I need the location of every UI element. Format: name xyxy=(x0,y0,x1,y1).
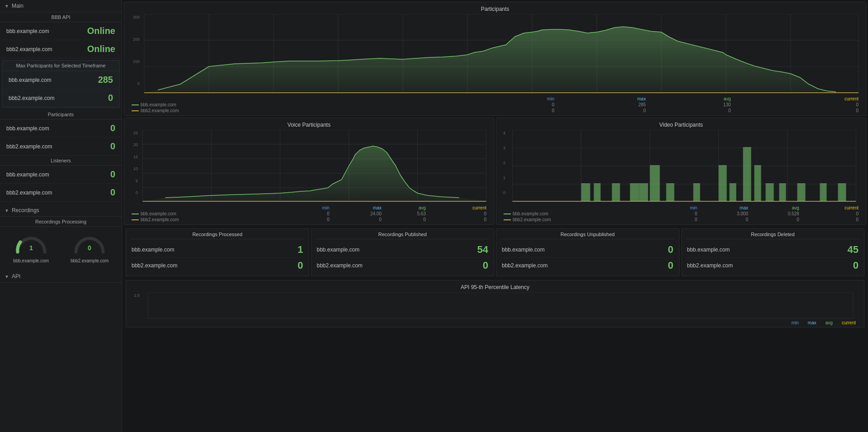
main-label: Main xyxy=(12,3,24,9)
video-legend-2: bbb2.example.com 0 0 0 0 xyxy=(501,217,861,223)
rec-published-panel: Recordings Published bbb.example.com 54 … xyxy=(311,228,495,276)
recordings-section-header[interactable]: ▼ Recordings xyxy=(0,204,122,217)
legend-row-2: bbb2.example.com 0 0 0 0 xyxy=(129,108,861,114)
svg-rect-68 xyxy=(693,183,700,201)
video-chart-svg: 08:00 10:00 12:00 14:00 16:00 18:00 xyxy=(507,130,861,202)
svg-rect-73 xyxy=(766,183,774,201)
server-row-2: bbb2.example.com Online xyxy=(0,40,122,58)
max-part-server-2: bbb2.example.com xyxy=(9,95,54,101)
legend-server-1: bbb.example.com xyxy=(141,102,176,107)
svg-rect-67 xyxy=(666,183,675,201)
participants-label: Participants xyxy=(0,109,122,119)
legend-line-1 xyxy=(132,104,139,105)
gauge-svg-2: 0 xyxy=(71,231,108,256)
legend-row-1: bbb.example.com 0 285 130 0 xyxy=(129,102,861,108)
participants-chart-svg: 08:00 09:00 10:00 11:00 12:00 13:00 14:0… xyxy=(142,14,861,93)
listener-row-1: bbb.example.com 0 xyxy=(0,166,122,184)
max-participants-label: Max Participants for Selected Timeframe xyxy=(2,61,119,71)
participants-chart-title: Participants xyxy=(129,6,861,12)
gauge-label-1: bbb.example.com xyxy=(13,258,49,263)
api-label: API xyxy=(12,273,20,280)
svg-rect-70 xyxy=(730,183,736,201)
recordings-panels-row: Recordings Processed bbb.example.com 1 b… xyxy=(124,227,866,278)
api-chart-panel: API 95-th Percentile Latency 2.5 xyxy=(126,280,864,328)
max-participants-section: Max Participants for Selected Timeframe … xyxy=(2,60,120,108)
api-section: API 95-th Percentile Latency 2.5 xyxy=(124,280,866,329)
leg1-max: 285 xyxy=(557,102,648,108)
recordings-chevron-icon: ▼ xyxy=(5,208,9,213)
svg-rect-77 xyxy=(838,183,846,201)
gauge-bbb1: 1 bbb.example.com xyxy=(13,231,49,263)
part-value-1: 0 xyxy=(110,123,115,133)
server-name-1: bbb.example.com xyxy=(6,28,49,34)
rec-deleted-row-2: bbb2.example.com 0 xyxy=(686,258,860,273)
sidebar: ▼ Main BBB API bbb.example.com Online bb… xyxy=(0,0,122,432)
svg-text:1: 1 xyxy=(29,244,33,252)
api-chart-title: API 95-th Percentile Latency xyxy=(131,284,859,290)
svg-rect-76 xyxy=(820,183,827,201)
rec-unpublished-row-2: bbb2.example.com 0 xyxy=(501,258,675,273)
rec-deleted-row-1: bbb.example.com 45 xyxy=(686,242,860,258)
rec-processing-label: Recordings Processing xyxy=(0,217,122,227)
max-part-server-1: bbb.example.com xyxy=(9,77,52,83)
voice-legend-2: bbb2.example.com 0 0 0 0 xyxy=(129,217,489,223)
rec-processed-row-2: bbb2.example.com 0 xyxy=(131,258,304,273)
rec-deleted-title: Recordings Deleted xyxy=(686,232,860,239)
leg1-current: 0 xyxy=(734,102,861,108)
rec-processed-row-1: bbb.example.com 1 xyxy=(131,242,304,258)
rec-published-row-1: bbb.example.com 54 xyxy=(316,242,490,258)
voice-chart-title: Voice Participants xyxy=(129,122,489,128)
svg-rect-63 xyxy=(612,183,620,201)
main-content: Participants 300 200 100 0 xyxy=(122,0,868,432)
video-legend-1: bbb.example.com 0 3.000 0.528 0 xyxy=(501,211,861,217)
svg-rect-69 xyxy=(719,165,727,201)
listeners-label: Listeners xyxy=(0,156,122,166)
main-chevron-icon: ▼ xyxy=(5,4,9,9)
gauge-bbb2: 0 bbb2.example.com xyxy=(71,231,109,263)
server-name-2: bbb2.example.com xyxy=(6,46,52,52)
charts-area: Participants 300 200 100 0 xyxy=(122,0,868,331)
svg-text:0: 0 xyxy=(88,244,91,252)
part-row-1: bbb.example.com 0 xyxy=(0,119,122,138)
listener-value-2: 0 xyxy=(110,187,115,198)
svg-rect-61 xyxy=(581,183,590,201)
max-part-value-2: 0 xyxy=(108,93,113,103)
video-chart-title: Video Participants xyxy=(501,122,861,128)
part-server-2: bbb2.example.com xyxy=(6,143,52,150)
bbb-api-label: BBB API xyxy=(0,12,122,22)
part-value-2: 0 xyxy=(110,141,115,152)
max-part-row-2: bbb2.example.com 0 xyxy=(2,89,119,107)
rec-deleted-panel: Recordings Deleted bbb.example.com 45 bb… xyxy=(681,228,865,276)
leg2-current: 0 xyxy=(734,108,861,114)
leg2-max: 0 xyxy=(557,108,648,114)
max-part-value-1: 285 xyxy=(98,75,113,85)
rec-published-row-2: bbb2.example.com 0 xyxy=(316,258,490,273)
voice-legend: min max avg current bbb.example.com xyxy=(129,205,489,223)
recordings-label: Recordings xyxy=(12,207,39,214)
rec-processed-panel: Recordings Processed bbb.example.com 1 b… xyxy=(126,228,309,276)
listener-row-2: bbb2.example.com 0 xyxy=(0,184,122,202)
gauge-svg-1: 1 xyxy=(13,231,49,256)
api-section-header[interactable]: ▼ API xyxy=(0,271,122,283)
participants-legend: min max avg current bbb.example.com 0 28… xyxy=(129,96,861,114)
svg-rect-75 xyxy=(797,183,806,201)
svg-rect-65 xyxy=(639,183,648,201)
gauge-label-2: bbb2.example.com xyxy=(71,258,109,263)
svg-rect-74 xyxy=(779,183,786,201)
rec-unpublished-title: Recordings Unpublished xyxy=(501,232,675,239)
max-part-row-1: bbb.example.com 285 xyxy=(2,71,119,89)
rec-processed-title: Recordings Processed xyxy=(131,232,304,239)
main-section-header[interactable]: ▼ Main xyxy=(0,0,122,12)
voice-video-row: Voice Participants 25 20 15 10 5 0 xyxy=(124,118,866,225)
api-chart-svg xyxy=(142,292,859,319)
listener-value-1: 0 xyxy=(110,169,115,180)
legend-line-2 xyxy=(132,110,139,111)
leg1-avg: 130 xyxy=(649,102,734,108)
gauges-container: 1 bbb.example.com 0 bbb2.example.com xyxy=(0,227,122,268)
rec-unpublished-panel: Recordings Unpublished bbb.example.com 0… xyxy=(496,228,679,276)
voice-chart-svg: 08:00 10:00 12:00 14:00 16:00 18:00 xyxy=(140,130,489,202)
leg1-min: 0 xyxy=(474,102,557,108)
video-chart-panel: Video Participants 4 3 2 1 0 xyxy=(496,118,866,225)
server-status-1: Online xyxy=(87,26,115,36)
voice-chart-panel: Voice Participants 25 20 15 10 5 0 xyxy=(124,118,494,225)
